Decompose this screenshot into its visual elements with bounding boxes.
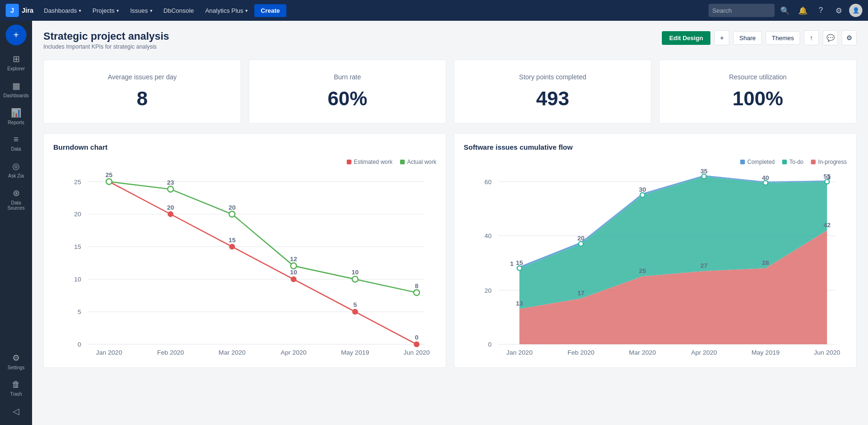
settings-icon[interactable]: ⚙ (831, 3, 846, 18)
legend-estimated: Estimated work (347, 159, 392, 165)
svg-text:20: 20 (167, 204, 174, 211)
search-input[interactable] (709, 4, 775, 17)
reports-icon: 📊 (11, 108, 21, 118)
svg-text:20: 20 (577, 235, 584, 242)
notifications-icon[interactable]: 🔔 (795, 3, 810, 18)
edit-design-button[interactable]: Edit Design (662, 31, 711, 45)
svg-text:17: 17 (577, 289, 584, 297)
sidebar-item-data[interactable]: ≡ Data (0, 130, 32, 156)
burndown-chart-title: Burndown chart (53, 143, 436, 151)
themes-button[interactable]: Themes (766, 31, 800, 45)
help-icon[interactable]: ? (813, 3, 828, 18)
add-widget-button[interactable]: + (714, 30, 729, 45)
sidebar-create-button[interactable]: + (6, 25, 26, 45)
logo[interactable]: J Jira (6, 4, 33, 17)
legend-actual: Actual work (400, 159, 436, 165)
act-dot-5 (414, 289, 419, 295)
svg-text:30: 30 (639, 186, 646, 193)
svg-text:Mar 2020: Mar 2020 (218, 349, 245, 356)
legend-dot-todo (782, 160, 787, 164)
export-button[interactable]: ↑ (804, 30, 819, 45)
svg-text:Apr 2020: Apr 2020 (281, 349, 307, 356)
app-body: + ⊞ Explorer ▦ Dashboards 📊 Reports ≡ Da… (0, 21, 868, 425)
estimated-line (109, 182, 417, 344)
cumflow-chart-wrap: 60 40 20 0 Jan 2020 Feb 2020 Mar 2020 Ap… (464, 170, 847, 358)
sidebar-item-settings[interactable]: ⚙ Settings (6, 348, 26, 375)
nav-dashboards[interactable]: Dashboards ▾ (39, 4, 86, 17)
kpi-card-burn-rate: Burn rate 60% (249, 60, 446, 124)
svg-text:10: 10 (74, 276, 81, 283)
search-icon[interactable]: 🔍 (777, 3, 793, 18)
kpi-label-burn-rate: Burn rate (260, 73, 434, 81)
more-options-button[interactable]: ⚙ (842, 30, 857, 45)
kpi-card-avg-issues: Average issues per day 8 (43, 60, 241, 124)
burndown-svg: 25 20 15 10 5 0 Jan 2020 Feb 2020 Mar 20… (53, 170, 436, 356)
cf-dot-4 (763, 180, 768, 185)
sidebar-item-reports[interactable]: 📊 Reports (0, 103, 32, 130)
legend-dot-completed (740, 160, 745, 164)
top-navigation: J Jira Dashboards ▾ Projects ▾ Issues ▾ … (0, 0, 868, 21)
logo-text: Jira (22, 7, 33, 14)
cumflow-chart-title: Software issues cumulative flow (464, 143, 847, 151)
nav-analytics-plus[interactable]: Analytics Plus ▾ (200, 4, 252, 17)
svg-text:May 2019: May 2019 (751, 349, 779, 356)
chevron-down-icon: ▾ (117, 8, 119, 13)
cf-dot-0 (517, 266, 522, 271)
sidebar-item-ask-zia[interactable]: ◎ Ask Zia (0, 156, 32, 183)
comment-button[interactable]: 💬 (823, 30, 838, 45)
nav-dbconsole[interactable]: DbConsole (159, 4, 199, 17)
svg-text:25: 25 (639, 267, 646, 274)
svg-text:Mar 2020: Mar 2020 (629, 349, 656, 356)
burndown-chart-card: Burndown chart Estimated work Actual wor… (43, 133, 446, 368)
legend-dot-estimated (347, 160, 351, 164)
legend-dot-inprogress (811, 160, 816, 164)
svg-text:15: 15 (516, 259, 524, 266)
kpi-grid: Average issues per day 8 Burn rate 60% S… (43, 60, 857, 124)
act-dot-4 (352, 276, 358, 282)
chevron-down-icon: ▾ (245, 8, 248, 13)
act-dot-0 (106, 178, 112, 184)
act-dot-1 (167, 186, 173, 192)
chevron-down-icon: ▾ (150, 8, 152, 13)
settings-gear-icon: ⚙ (12, 353, 20, 363)
svg-text:5: 5 (353, 301, 357, 308)
create-button[interactable]: Create (254, 4, 286, 17)
nav-projects[interactable]: Projects ▾ (88, 4, 124, 17)
collapse-icon: ◁ (13, 406, 19, 416)
est-dot-3 (291, 276, 296, 282)
legend-completed: Completed (740, 159, 775, 165)
nav-issues[interactable]: Issues ▾ (125, 4, 157, 17)
svg-text:10: 10 (351, 269, 359, 276)
page-subtitle: Includes Important KPIs for strategic an… (43, 43, 169, 50)
cumflow-legend: Completed To-do In-progress (464, 159, 847, 165)
svg-text:12: 12 (290, 255, 297, 263)
svg-text:Jun 2020: Jun 2020 (403, 349, 430, 356)
actual-line (109, 182, 417, 293)
burndown-chart-wrap: 25 20 15 10 5 0 Jan 2020 Feb 2020 Mar 20… (53, 170, 436, 358)
burndown-legend: Estimated work Actual work (53, 159, 436, 165)
kpi-label-story-points: Story points completed (466, 73, 640, 81)
svg-text:20: 20 (484, 287, 492, 294)
share-button[interactable]: Share (733, 31, 762, 45)
page-title: Strategic project analysis (43, 30, 169, 42)
sidebar-item-data-sources[interactable]: ⊛ Data Sources (0, 183, 32, 215)
est-dot-4 (352, 309, 358, 314)
kpi-card-resource-util: Resource utilization 100% (659, 60, 857, 124)
svg-text:0: 0 (415, 334, 418, 341)
avatar[interactable]: 👤 (849, 4, 862, 17)
legend-dot-actual (400, 160, 405, 164)
sidebar-item-explorer[interactable]: ⊞ Explorer (0, 49, 32, 76)
svg-text:0: 0 (78, 341, 82, 348)
sidebar-item-dashboards[interactable]: ▦ Dashboards (0, 76, 32, 103)
cf-dot-3 (701, 174, 706, 179)
sidebar-item-collapse[interactable]: ◁ (6, 401, 26, 421)
svg-text:25: 25 (106, 171, 113, 178)
cumflow-chart-card: Software issues cumulative flow Complete… (454, 133, 857, 368)
kpi-value-story-points: 493 (466, 87, 640, 110)
chevron-down-icon: ▾ (79, 8, 81, 13)
est-dot-1 (167, 211, 173, 217)
nav-right-actions: 🔍 🔔 ? ⚙ 👤 (709, 3, 862, 18)
svg-text:42: 42 (824, 221, 831, 229)
sidebar-item-trash[interactable]: 🗑 Trash (6, 375, 26, 401)
svg-text:27: 27 (701, 262, 708, 269)
